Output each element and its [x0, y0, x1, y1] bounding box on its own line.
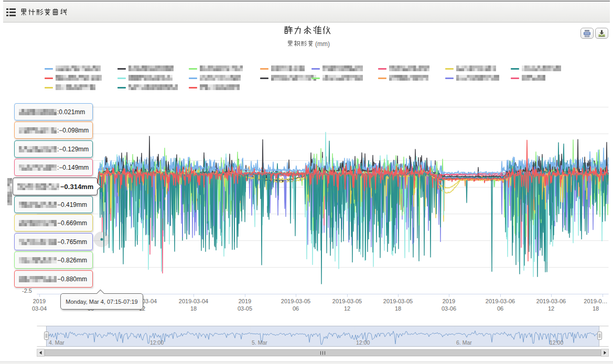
svg-text:2019: 2019: [239, 298, 251, 304]
svg-text:2019-03-05: 2019-03-05: [383, 298, 413, 304]
svg-text:06: 06: [497, 305, 503, 312]
svg-text:2019-0…: 2019-0…: [584, 298, 607, 304]
svg-text:2019: 2019: [33, 298, 46, 304]
svg-text:03-05: 03-05: [238, 305, 252, 312]
svg-text:03-04: 03-04: [32, 305, 47, 312]
svg-text:6. Mar: 6. Mar: [456, 339, 472, 346]
svg-text:2019-03-06: 2019-03-06: [486, 298, 515, 304]
svg-text:5. Mar: 5. Mar: [252, 339, 267, 346]
svg-text:2019-03-06: 2019-03-06: [536, 298, 566, 304]
svg-text:18: 18: [593, 305, 599, 312]
svg-text:2019: 2019: [443, 298, 455, 304]
svg-text:12:00: 12:00: [550, 339, 563, 346]
svg-text:03-06: 03-06: [442, 305, 456, 312]
svg-text:2019-03-05: 2019-03-05: [332, 298, 362, 304]
svg-text:12:00: 12:00: [150, 339, 164, 346]
svg-text:12: 12: [548, 305, 554, 312]
svg-text:06: 06: [293, 305, 299, 312]
svg-text:18: 18: [190, 305, 197, 312]
svg-text:2019-03-04: 2019-03-04: [179, 298, 208, 304]
svg-text:12:00: 12:00: [356, 339, 370, 346]
svg-text:18: 18: [395, 305, 401, 312]
svg-text:-2.5: -2.5: [22, 288, 32, 294]
svg-text:12: 12: [344, 305, 350, 312]
svg-text:4. Mar: 4. Mar: [49, 339, 64, 346]
svg-text:2019-03-05: 2019-03-05: [281, 298, 310, 304]
